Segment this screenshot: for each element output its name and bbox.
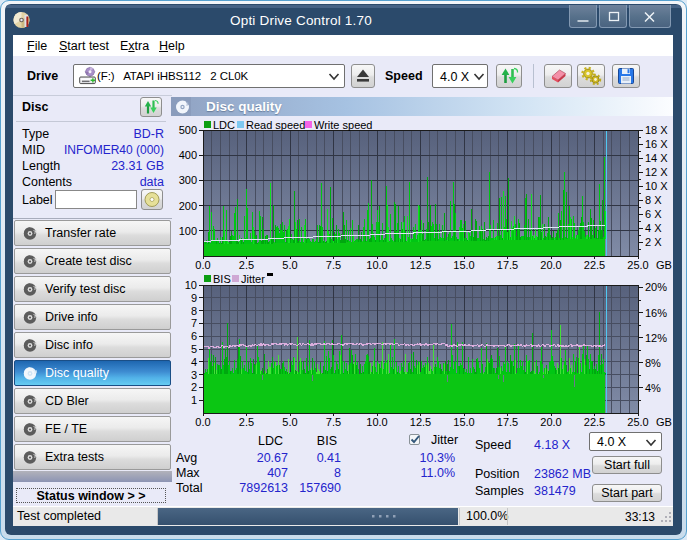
- svg-text:2 X: 2 X: [645, 236, 662, 248]
- svg-text:5: 5: [191, 343, 197, 355]
- svg-text:25.0: 25.0: [627, 259, 648, 271]
- svg-text:8: 8: [191, 305, 197, 317]
- svg-text:4 X: 4 X: [645, 222, 662, 234]
- svg-text:7.5: 7.5: [326, 259, 341, 271]
- svg-text:12.5: 12.5: [410, 259, 431, 271]
- svg-text:16%: 16%: [645, 307, 667, 319]
- svg-text:Jitter: Jitter: [241, 273, 265, 285]
- svg-text:3: 3: [191, 369, 197, 381]
- svg-text:20.0: 20.0: [540, 259, 561, 271]
- svg-text:16 X: 16 X: [645, 138, 668, 150]
- svg-text:5.0: 5.0: [282, 259, 297, 271]
- svg-text:BIS: BIS: [213, 273, 231, 285]
- svg-text:6 X: 6 X: [645, 208, 662, 220]
- svg-text:10.0: 10.0: [366, 259, 387, 271]
- svg-text:Read speed: Read speed: [246, 119, 305, 131]
- svg-text:Write speed: Write speed: [314, 119, 373, 131]
- svg-text:10 X: 10 X: [645, 180, 668, 192]
- svg-text:25.0: 25.0: [627, 416, 648, 428]
- svg-text:10: 10: [185, 279, 197, 291]
- svg-text:12 X: 12 X: [645, 166, 668, 178]
- svg-text:2.5: 2.5: [239, 416, 254, 428]
- svg-text:17.5: 17.5: [497, 259, 518, 271]
- svg-text:12.5: 12.5: [410, 416, 431, 428]
- svg-text:22.5: 22.5: [584, 416, 605, 428]
- svg-text:1: 1: [191, 394, 197, 406]
- svg-text:17.5: 17.5: [497, 416, 518, 428]
- svg-text:7: 7: [191, 317, 197, 329]
- svg-text:500: 500: [179, 124, 197, 136]
- svg-text:2.5: 2.5: [239, 259, 254, 271]
- svg-text:9: 9: [191, 292, 197, 304]
- svg-text:GB: GB: [656, 259, 672, 271]
- svg-text:20.0: 20.0: [540, 416, 561, 428]
- svg-text:0.0: 0.0: [195, 259, 210, 271]
- svg-text:0.0: 0.0: [195, 416, 210, 428]
- svg-text:20%: 20%: [645, 281, 667, 293]
- svg-text:LDC: LDC: [213, 119, 235, 131]
- svg-text:22.5: 22.5: [584, 259, 605, 271]
- svg-text:18 X: 18 X: [645, 124, 668, 136]
- svg-text:10.0: 10.0: [366, 416, 387, 428]
- svg-text:100: 100: [179, 225, 197, 237]
- svg-text:300: 300: [179, 174, 197, 186]
- svg-text:5.0: 5.0: [282, 416, 297, 428]
- svg-text:14 X: 14 X: [645, 152, 668, 164]
- svg-text:6: 6: [191, 330, 197, 342]
- svg-text:400: 400: [179, 149, 197, 161]
- svg-text:4: 4: [191, 356, 197, 368]
- svg-text:8 X: 8 X: [645, 194, 662, 206]
- svg-text:4%: 4%: [645, 382, 661, 394]
- svg-text:GB: GB: [656, 416, 672, 428]
- svg-text:12%: 12%: [645, 332, 667, 344]
- svg-text:15.0: 15.0: [453, 416, 474, 428]
- svg-text:8%: 8%: [645, 357, 661, 369]
- svg-text:200: 200: [179, 200, 197, 212]
- svg-text:2: 2: [191, 381, 197, 393]
- svg-text:7.5: 7.5: [326, 416, 341, 428]
- svg-text:15.0: 15.0: [453, 259, 474, 271]
